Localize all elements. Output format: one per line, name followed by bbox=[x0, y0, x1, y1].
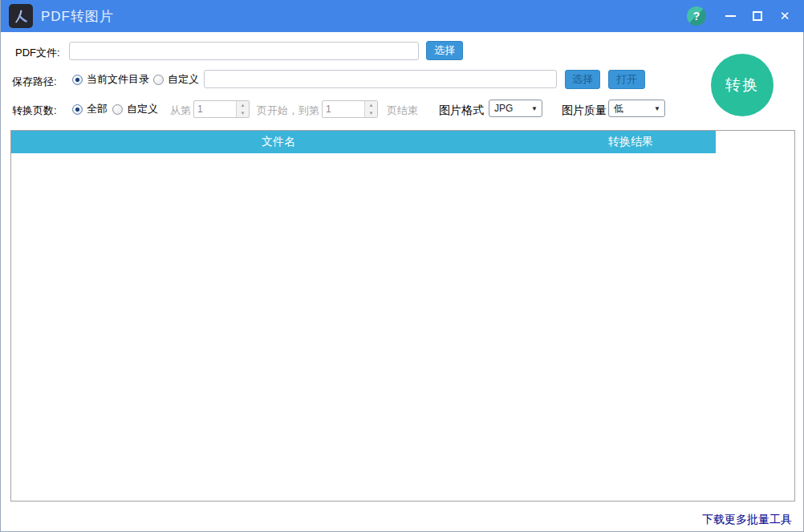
download-more-tools-link[interactable]: 下载更多批量工具 bbox=[702, 513, 792, 527]
app-logo-icon bbox=[9, 4, 33, 28]
radio-unchecked-icon bbox=[112, 104, 123, 115]
stepper-up-icon[interactable]: ▲ bbox=[237, 101, 249, 109]
column-header-result[interactable]: 转换结果 bbox=[546, 131, 716, 153]
maximize-button[interactable] bbox=[744, 0, 771, 32]
pages-label: 转换页数: bbox=[12, 104, 57, 118]
pdf-file-select-button[interactable]: 选择 bbox=[426, 41, 463, 60]
save-path-open-button[interactable]: 打开 bbox=[608, 70, 645, 89]
image-quality-select[interactable]: 低 ▼ bbox=[608, 99, 665, 117]
radio-save-custom[interactable]: 自定义 bbox=[153, 72, 199, 87]
stepper-arrows[interactable]: ▲ ▼ bbox=[236, 101, 249, 117]
image-format-value: JPG bbox=[489, 103, 527, 114]
radio-save-custom-label: 自定义 bbox=[168, 72, 199, 87]
image-quality-value: 低 bbox=[609, 102, 650, 116]
radio-pages-custom[interactable]: 自定义 bbox=[112, 102, 158, 116]
pdf-file-input[interactable] bbox=[69, 42, 419, 60]
save-path-label: 保存路径: bbox=[12, 75, 57, 89]
stepper-arrows[interactable]: ▲ ▼ bbox=[364, 101, 377, 117]
save-path-select-button[interactable]: 选择 bbox=[565, 70, 600, 89]
radio-pages-all[interactable]: 全部 bbox=[72, 102, 108, 116]
chevron-down-icon: ▼ bbox=[527, 105, 542, 112]
help-button[interactable]: ? bbox=[687, 6, 706, 26]
image-format-label: 图片格式 bbox=[439, 104, 484, 118]
minimize-button[interactable] bbox=[717, 0, 744, 32]
radio-pages-custom-label: 自定义 bbox=[127, 102, 158, 116]
radio-pages-all-label: 全部 bbox=[87, 102, 108, 116]
pages-from-label: 从第 bbox=[170, 104, 191, 118]
window-title: PDF转图片 bbox=[41, 0, 114, 32]
radio-checked-icon bbox=[72, 75, 83, 85]
image-format-select[interactable]: JPG ▼ bbox=[489, 99, 542, 117]
radio-checked-icon bbox=[72, 104, 83, 115]
titlebar: PDF转图片 ? ✕ bbox=[1, 0, 804, 32]
table-body bbox=[11, 153, 794, 501]
pdf-file-label: PDF文件: bbox=[15, 46, 60, 60]
chevron-down-icon: ▼ bbox=[650, 105, 664, 112]
page-start-stepper[interactable]: 1 ▲ ▼ bbox=[193, 100, 250, 118]
image-quality-label: 图片质量 bbox=[562, 104, 607, 118]
table-header: 文件名 转换结果 bbox=[11, 131, 716, 153]
radio-unchecked-icon bbox=[153, 75, 164, 85]
app-window: PDF转图片 ? ✕ PDF文件: 选择 保存路径: 当前文件目录 自定义 选择… bbox=[0, 0, 804, 532]
page-end-value: 1 bbox=[323, 101, 364, 117]
stepper-down-icon[interactable]: ▼ bbox=[365, 109, 377, 117]
stepper-up-icon[interactable]: ▲ bbox=[365, 101, 377, 109]
minimize-icon bbox=[725, 15, 736, 17]
file-table: 文件名 转换结果 bbox=[10, 130, 795, 502]
close-button[interactable]: ✕ bbox=[771, 0, 798, 32]
page-end-stepper[interactable]: 1 ▲ ▼ bbox=[322, 100, 378, 118]
save-path-input[interactable] bbox=[204, 70, 557, 88]
convert-button[interactable]: 转换 bbox=[711, 54, 774, 116]
stepper-down-icon[interactable]: ▼ bbox=[237, 109, 249, 117]
radio-save-current-dir-label: 当前文件目录 bbox=[87, 72, 149, 87]
pages-end-label: 页结束 bbox=[387, 104, 418, 118]
maximize-icon bbox=[753, 11, 762, 21]
radio-save-current-dir[interactable]: 当前文件目录 bbox=[72, 72, 149, 87]
page-start-value: 1 bbox=[194, 101, 236, 117]
pages-start-label: 页开始，到第 bbox=[257, 104, 319, 118]
column-header-filename[interactable]: 文件名 bbox=[11, 131, 546, 153]
